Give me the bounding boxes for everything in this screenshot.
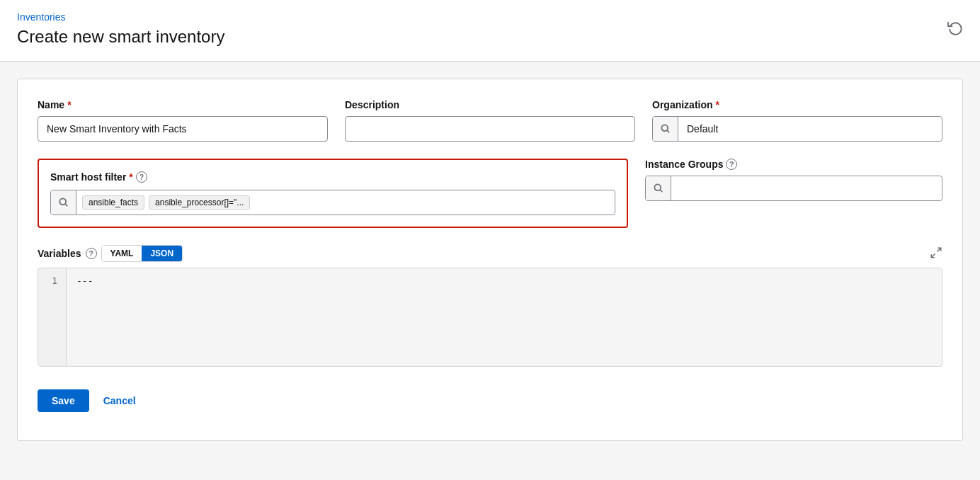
code-content[interactable]: --- bbox=[67, 268, 942, 366]
filter-tags: ansible_facts ansible_processor[]="... bbox=[76, 195, 615, 210]
form-container: Name * Description Organization * bbox=[17, 79, 963, 441]
name-group: Name * bbox=[38, 99, 328, 142]
organization-input[interactable] bbox=[678, 117, 942, 141]
filter-required-star: * bbox=[129, 171, 132, 183]
breadcrumbs-link[interactable]: Inventories bbox=[17, 11, 963, 23]
page-title: Create new smart inventory bbox=[17, 27, 963, 47]
svg-line-7 bbox=[931, 253, 935, 257]
line-numbers: 1 bbox=[38, 268, 67, 366]
organization-search-button[interactable] bbox=[653, 117, 678, 141]
form-actions: Save Cancel bbox=[38, 367, 942, 412]
filter-search-button[interactable] bbox=[51, 190, 76, 215]
name-input[interactable] bbox=[38, 116, 328, 142]
yaml-toggle-button[interactable]: YAML bbox=[102, 246, 142, 261]
filter-input-row: ansible_facts ansible_processor[]="... bbox=[50, 190, 615, 215]
instance-groups-search-button[interactable] bbox=[646, 176, 671, 200]
svg-line-3 bbox=[65, 204, 67, 206]
cancel-button[interactable]: Cancel bbox=[101, 389, 139, 412]
svg-point-0 bbox=[661, 125, 668, 131]
description-group: Description bbox=[345, 99, 635, 142]
variables-help-icon[interactable]: ? bbox=[86, 248, 97, 259]
description-label: Description bbox=[345, 99, 635, 110]
smart-host-filter-label: Smart host filter * ? bbox=[50, 171, 615, 183]
org-required-star: * bbox=[716, 99, 719, 110]
variables-label-text: Variables bbox=[38, 248, 81, 259]
json-toggle-button[interactable]: JSON bbox=[142, 246, 182, 261]
organization-input-wrapper bbox=[652, 116, 942, 142]
description-input[interactable] bbox=[345, 116, 635, 142]
organization-group: Organization * bbox=[652, 99, 942, 142]
name-required-star: * bbox=[67, 99, 71, 110]
svg-line-6 bbox=[938, 248, 941, 251]
smart-host-filter-group: Smart host filter * ? ansible_facts ansi… bbox=[38, 159, 628, 228]
code-editor: 1 --- bbox=[38, 268, 942, 367]
yaml-json-toggle: YAML JSON bbox=[101, 245, 183, 262]
instance-groups-help-icon[interactable]: ? bbox=[726, 159, 737, 170]
filter-tag-ansible-processor: ansible_processor[]="... bbox=[149, 195, 250, 210]
svg-line-1 bbox=[667, 130, 669, 132]
save-button[interactable]: Save bbox=[38, 389, 89, 412]
name-label: Name * bbox=[38, 99, 328, 110]
svg-line-5 bbox=[660, 190, 662, 192]
variables-header: Variables ? YAML JSON bbox=[38, 245, 942, 262]
instance-groups-input-wrapper bbox=[645, 176, 942, 201]
smart-host-filter-help-icon[interactable]: ? bbox=[136, 171, 147, 183]
instance-groups-input[interactable] bbox=[671, 176, 942, 200]
row-name-desc-org: Name * Description Organization * bbox=[38, 99, 942, 142]
svg-point-2 bbox=[59, 198, 66, 205]
row-filter-groups: Smart host filter * ? ansible_facts ansi… bbox=[38, 159, 942, 228]
svg-point-4 bbox=[654, 184, 661, 190]
instance-groups-group: Instance Groups ? bbox=[645, 159, 942, 228]
filter-tag-ansible-facts: ansible_facts bbox=[82, 195, 144, 210]
variables-section: Variables ? YAML JSON 1 --- bbox=[38, 245, 942, 367]
variables-label-wrap: Variables ? YAML JSON bbox=[38, 245, 183, 262]
instance-groups-label: Instance Groups ? bbox=[645, 159, 942, 170]
expand-icon[interactable] bbox=[930, 246, 942, 261]
history-icon[interactable] bbox=[947, 20, 963, 35]
organization-label: Organization * bbox=[652, 99, 942, 110]
